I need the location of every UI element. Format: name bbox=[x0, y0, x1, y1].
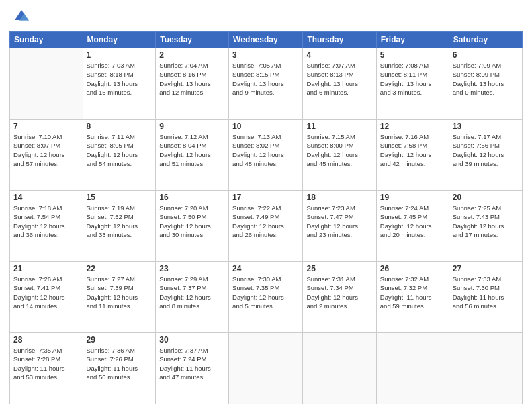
day-number: 10 bbox=[232, 122, 299, 131]
calendar-cell bbox=[10, 48, 83, 120]
calendar-cell: 5Sunrise: 7:08 AM Sunset: 8:11 PM Daylig… bbox=[376, 48, 449, 120]
day-info: Sunrise: 7:27 AM Sunset: 7:39 PM Dayligh… bbox=[87, 275, 152, 310]
day-number: 3 bbox=[232, 50, 299, 60]
day-number: 18 bbox=[306, 193, 372, 202]
calendar-cell: 26Sunrise: 7:32 AM Sunset: 7:32 PM Dayli… bbox=[376, 262, 449, 333]
calendar-table: SundayMondayTuesdayWednesdayThursdayFrid… bbox=[9, 31, 523, 404]
day-number: 16 bbox=[159, 193, 225, 202]
calendar-cell: 12Sunrise: 7:16 AM Sunset: 7:58 PM Dayli… bbox=[376, 120, 449, 191]
day-info: Sunrise: 7:23 AM Sunset: 7:47 PM Dayligh… bbox=[306, 203, 372, 239]
calendar-week-row: 21Sunrise: 7:26 AM Sunset: 7:41 PM Dayli… bbox=[10, 262, 523, 333]
weekday-header: Wednesday bbox=[229, 32, 303, 48]
calendar-week-row: 1Sunrise: 7:03 AM Sunset: 8:18 PM Daylig… bbox=[10, 48, 523, 120]
calendar-week-row: 28Sunrise: 7:35 AM Sunset: 7:28 PM Dayli… bbox=[10, 333, 523, 404]
day-info: Sunrise: 7:30 AM Sunset: 7:35 PM Dayligh… bbox=[232, 275, 299, 310]
day-number: 5 bbox=[380, 50, 445, 60]
calendar-cell: 16Sunrise: 7:20 AM Sunset: 7:50 PM Dayli… bbox=[156, 191, 229, 262]
day-info: Sunrise: 7:36 AM Sunset: 7:26 PM Dayligh… bbox=[87, 346, 152, 381]
day-number: 22 bbox=[87, 264, 152, 273]
day-number: 8 bbox=[87, 122, 152, 131]
calendar-cell: 2Sunrise: 7:04 AM Sunset: 8:16 PM Daylig… bbox=[156, 48, 229, 120]
day-info: Sunrise: 7:22 AM Sunset: 7:49 PM Dayligh… bbox=[232, 203, 299, 239]
weekday-header: Tuesday bbox=[156, 32, 229, 48]
weekday-header: Thursday bbox=[303, 32, 376, 48]
calendar-cell: 8Sunrise: 7:11 AM Sunset: 8:05 PM Daylig… bbox=[83, 120, 156, 191]
day-number: 9 bbox=[159, 122, 225, 131]
calendar-cell: 20Sunrise: 7:25 AM Sunset: 7:43 PM Dayli… bbox=[449, 191, 522, 262]
calendar-cell: 21Sunrise: 7:26 AM Sunset: 7:41 PM Dayli… bbox=[10, 262, 83, 333]
day-info: Sunrise: 7:12 AM Sunset: 8:04 PM Dayligh… bbox=[159, 132, 225, 168]
day-number: 27 bbox=[453, 264, 519, 273]
header bbox=[9, 7, 523, 27]
day-info: Sunrise: 7:31 AM Sunset: 7:34 PM Dayligh… bbox=[306, 275, 372, 310]
calendar-cell bbox=[303, 333, 376, 404]
calendar-week-row: 7Sunrise: 7:10 AM Sunset: 8:07 PM Daylig… bbox=[10, 120, 523, 191]
calendar-cell: 6Sunrise: 7:09 AM Sunset: 8:09 PM Daylig… bbox=[449, 48, 522, 120]
day-info: Sunrise: 7:04 AM Sunset: 8:16 PM Dayligh… bbox=[159, 61, 225, 97]
day-info: Sunrise: 7:08 AM Sunset: 8:11 PM Dayligh… bbox=[380, 61, 445, 97]
day-number: 19 bbox=[380, 193, 445, 202]
day-number: 13 bbox=[453, 122, 519, 131]
day-info: Sunrise: 7:03 AM Sunset: 8:18 PM Dayligh… bbox=[87, 61, 152, 97]
day-info: Sunrise: 7:16 AM Sunset: 7:58 PM Dayligh… bbox=[380, 132, 445, 168]
day-number: 20 bbox=[453, 193, 519, 202]
day-info: Sunrise: 7:33 AM Sunset: 7:30 PM Dayligh… bbox=[453, 275, 519, 310]
day-number: 12 bbox=[380, 122, 445, 131]
calendar-cell bbox=[229, 333, 303, 404]
weekday-header: Monday bbox=[83, 32, 156, 48]
calendar-cell: 28Sunrise: 7:35 AM Sunset: 7:28 PM Dayli… bbox=[10, 333, 83, 404]
weekday-header: Sunday bbox=[10, 32, 83, 48]
calendar-week-row: 14Sunrise: 7:18 AM Sunset: 7:54 PM Dayli… bbox=[10, 191, 523, 262]
day-info: Sunrise: 7:20 AM Sunset: 7:50 PM Dayligh… bbox=[159, 203, 225, 239]
calendar-cell: 9Sunrise: 7:12 AM Sunset: 8:04 PM Daylig… bbox=[156, 120, 229, 191]
day-number: 21 bbox=[13, 264, 79, 273]
calendar-cell: 25Sunrise: 7:31 AM Sunset: 7:34 PM Dayli… bbox=[303, 262, 376, 333]
logo bbox=[9, 7, 32, 27]
day-number: 25 bbox=[306, 264, 372, 273]
calendar-cell: 10Sunrise: 7:13 AM Sunset: 8:02 PM Dayli… bbox=[229, 120, 303, 191]
day-number: 7 bbox=[13, 122, 79, 131]
calendar-cell: 22Sunrise: 7:27 AM Sunset: 7:39 PM Dayli… bbox=[83, 262, 156, 333]
day-number: 24 bbox=[232, 264, 299, 273]
weekday-header: Friday bbox=[376, 32, 449, 48]
day-info: Sunrise: 7:18 AM Sunset: 7:54 PM Dayligh… bbox=[13, 203, 79, 239]
calendar-cell: 15Sunrise: 7:19 AM Sunset: 7:52 PM Dayli… bbox=[83, 191, 156, 262]
day-info: Sunrise: 7:13 AM Sunset: 8:02 PM Dayligh… bbox=[232, 132, 299, 168]
calendar-header: SundayMondayTuesdayWednesdayThursdayFrid… bbox=[10, 32, 523, 48]
calendar-cell: 13Sunrise: 7:17 AM Sunset: 7:56 PM Dayli… bbox=[449, 120, 522, 191]
day-info: Sunrise: 7:26 AM Sunset: 7:41 PM Dayligh… bbox=[13, 275, 79, 310]
weekday-header: Saturday bbox=[449, 32, 522, 48]
calendar-cell: 24Sunrise: 7:30 AM Sunset: 7:35 PM Dayli… bbox=[229, 262, 303, 333]
calendar-cell bbox=[376, 333, 449, 404]
calendar-cell: 17Sunrise: 7:22 AM Sunset: 7:49 PM Dayli… bbox=[229, 191, 303, 262]
calendar-cell: 29Sunrise: 7:36 AM Sunset: 7:26 PM Dayli… bbox=[83, 333, 156, 404]
day-info: Sunrise: 7:15 AM Sunset: 8:00 PM Dayligh… bbox=[306, 132, 372, 168]
calendar-cell: 11Sunrise: 7:15 AM Sunset: 8:00 PM Dayli… bbox=[303, 120, 376, 191]
day-info: Sunrise: 7:25 AM Sunset: 7:43 PM Dayligh… bbox=[453, 203, 519, 239]
day-info: Sunrise: 7:29 AM Sunset: 7:37 PM Dayligh… bbox=[159, 275, 225, 310]
calendar-cell: 7Sunrise: 7:10 AM Sunset: 8:07 PM Daylig… bbox=[10, 120, 83, 191]
calendar-cell: 19Sunrise: 7:24 AM Sunset: 7:45 PM Dayli… bbox=[376, 191, 449, 262]
day-number: 26 bbox=[380, 264, 445, 273]
calendar-cell: 1Sunrise: 7:03 AM Sunset: 8:18 PM Daylig… bbox=[83, 48, 156, 120]
day-number: 28 bbox=[13, 335, 79, 345]
day-info: Sunrise: 7:19 AM Sunset: 7:52 PM Dayligh… bbox=[87, 203, 152, 239]
day-info: Sunrise: 7:35 AM Sunset: 7:28 PM Dayligh… bbox=[13, 346, 79, 381]
day-number: 15 bbox=[87, 193, 152, 202]
day-info: Sunrise: 7:07 AM Sunset: 8:13 PM Dayligh… bbox=[306, 61, 372, 97]
day-number: 4 bbox=[306, 50, 372, 60]
day-info: Sunrise: 7:32 AM Sunset: 7:32 PM Dayligh… bbox=[380, 275, 445, 310]
day-number: 1 bbox=[87, 50, 152, 60]
day-info: Sunrise: 7:11 AM Sunset: 8:05 PM Dayligh… bbox=[87, 132, 152, 168]
day-info: Sunrise: 7:37 AM Sunset: 7:24 PM Dayligh… bbox=[159, 346, 225, 381]
day-info: Sunrise: 7:17 AM Sunset: 7:56 PM Dayligh… bbox=[453, 132, 519, 168]
calendar-cell: 3Sunrise: 7:05 AM Sunset: 8:15 PM Daylig… bbox=[229, 48, 303, 120]
day-number: 17 bbox=[232, 193, 299, 202]
calendar-cell: 27Sunrise: 7:33 AM Sunset: 7:30 PM Dayli… bbox=[449, 262, 522, 333]
calendar-cell: 4Sunrise: 7:07 AM Sunset: 8:13 PM Daylig… bbox=[303, 48, 376, 120]
day-number: 29 bbox=[87, 335, 152, 345]
calendar-cell: 30Sunrise: 7:37 AM Sunset: 7:24 PM Dayli… bbox=[156, 333, 229, 404]
logo-icon bbox=[9, 7, 30, 27]
day-number: 30 bbox=[159, 335, 225, 345]
calendar-cell: 14Sunrise: 7:18 AM Sunset: 7:54 PM Dayli… bbox=[10, 191, 83, 262]
